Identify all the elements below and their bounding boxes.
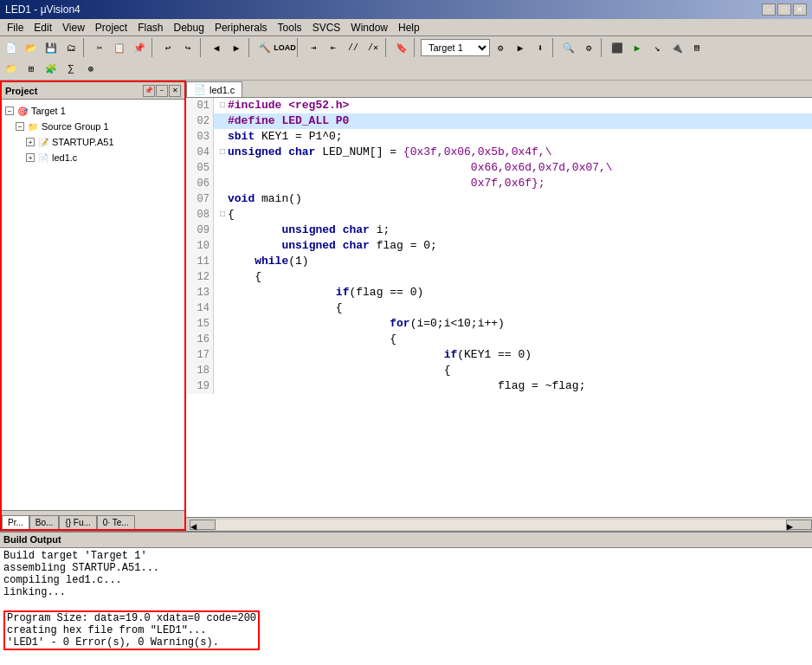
build-output-content[interactable]: Build target 'Target 1' assembling START… <box>0 548 812 665</box>
code-content[interactable]: 01 □ #include <reg52.h> 02 #define LED_A… <box>186 98 812 517</box>
line-num-14: 14 <box>186 300 214 316</box>
code-text-5: 0x66,0x6d,0x7d,0x07,\ <box>228 160 613 176</box>
code-tab-icon: 📄 <box>194 84 206 95</box>
project-window-button[interactable]: 📁 <box>2 59 21 78</box>
load-button[interactable]: LOAD <box>275 38 294 57</box>
menu-flash[interactable]: Flash <box>132 20 168 36</box>
menu-svcs[interactable]: SVCS <box>307 20 346 36</box>
tree-item-led1c[interactable]: + 📄 led1.c <box>5 150 181 165</box>
redo-button[interactable]: ↪ <box>178 38 197 57</box>
expand-1[interactable]: □ <box>217 98 228 113</box>
tab-functions[interactable]: {} Fu... <box>59 515 96 529</box>
expand-11 <box>217 254 228 269</box>
line-num-12: 12 <box>186 269 214 285</box>
window-controls: − □ ✕ <box>762 3 807 16</box>
menu-debug[interactable]: Debug <box>169 20 209 36</box>
line-num-5: 05 <box>186 160 214 176</box>
panel-pin-button[interactable]: 📌 <box>143 85 155 97</box>
tree-item-startup[interactable]: + 📝 STARTUP.A51 <box>5 134 181 150</box>
code-line-1: 01 □ #include <reg52.h> <box>186 98 812 113</box>
stop-button[interactable]: ⬛ <box>608 38 627 57</box>
paste-button[interactable]: 📌 <box>130 38 149 57</box>
tree-item-target1[interactable]: − 🎯 Target 1 <box>5 103 181 119</box>
comment-button[interactable]: // <box>344 38 363 57</box>
code-area: 📄 led1.c 01 □ #include <reg52.h> 02 #def… <box>186 81 812 531</box>
open-file-button[interactable]: 📂 <box>22 38 41 57</box>
peripheral-btn[interactable]: 🔌 <box>667 38 686 57</box>
save-all-button[interactable]: 🗂 <box>61 38 81 57</box>
code-text-11: while(1) <box>228 254 309 269</box>
settings-button[interactable]: ⚙ <box>579 38 598 57</box>
undo-button[interactable]: ↩ <box>158 38 177 57</box>
navigate-back-button[interactable]: ◀ <box>207 38 226 57</box>
separator-5 <box>297 38 301 57</box>
memory-button[interactable]: 🧩 <box>42 59 61 78</box>
expand-startup[interactable]: + <box>26 138 35 146</box>
download-button[interactable]: ⬇ <box>531 38 550 57</box>
expand-5 <box>217 160 228 176</box>
tree-item-sourcegroup1[interactable]: − 📁 Source Group 1 <box>5 119 181 134</box>
symbols-button[interactable]: ∑ <box>61 59 81 78</box>
code-text-6: 0x7f,0x6f}; <box>228 176 545 191</box>
maximize-button[interactable]: □ <box>777 3 791 16</box>
run-button[interactable]: ▶ <box>628 38 647 57</box>
copy-button[interactable]: 📋 <box>110 38 129 57</box>
minimize-button[interactable]: − <box>762 3 776 16</box>
menu-tools[interactable]: Tools <box>273 20 307 36</box>
uncomment-button[interactable]: /✕ <box>364 38 383 57</box>
code-tab-led1c[interactable]: 📄 led1.c <box>186 81 242 97</box>
code-line-16: 16 { <box>186 332 812 347</box>
expand-4[interactable]: □ <box>217 145 228 160</box>
horizontal-scrollbar[interactable]: ◀ ▶ <box>186 517 812 531</box>
tab-project[interactable]: Pr... <box>2 515 29 529</box>
line-num-19: 19 <box>186 378 214 394</box>
target-dropdown[interactable]: Target 1 <box>421 39 490 56</box>
indent-button[interactable]: ⇥ <box>304 38 323 57</box>
expand-8[interactable]: □ <box>217 207 228 223</box>
menu-project[interactable]: Project <box>90 20 132 36</box>
build-button[interactable]: 🔨 <box>255 38 274 57</box>
more-btn[interactable]: ▤ <box>687 38 706 57</box>
menu-file[interactable]: File <box>2 20 29 36</box>
navigate-fwd-button[interactable]: ▶ <box>227 38 246 57</box>
code-line-14: 14 { <box>186 300 812 316</box>
code-text-8: { <box>228 207 235 223</box>
line-num-9: 09 <box>186 223 214 238</box>
build-line-8: 'LED1' - 0 Error(s), 0 Warning(s). <box>7 636 256 649</box>
code-text-19: flag = ~flag; <box>228 378 585 394</box>
menu-view[interactable]: View <box>57 20 90 36</box>
unindent-button[interactable]: ⇤ <box>324 38 343 57</box>
expand-sourcegroup1[interactable]: − <box>16 122 24 131</box>
scroll-right[interactable]: ▶ <box>786 520 812 530</box>
expand-3 <box>217 129 228 145</box>
menu-edit[interactable]: Edit <box>29 20 57 36</box>
panel-min-button[interactable]: − <box>156 85 168 97</box>
disassembly-button[interactable]: ⊛ <box>81 59 100 78</box>
tab-books[interactable]: Bo... <box>29 515 60 529</box>
code-text-18: { <box>228 363 450 378</box>
expand-led1c[interactable]: + <box>26 153 35 162</box>
bookmarks-button[interactable]: 🔖 <box>392 38 411 57</box>
code-text-9: unsigned char i; <box>228 223 390 238</box>
find-button[interactable]: 🔍 <box>559 38 578 57</box>
manage-target-button[interactable]: ⚙ <box>491 38 510 57</box>
close-button[interactable]: ✕ <box>793 3 807 16</box>
scroll-left[interactable]: ◀ <box>190 520 216 530</box>
step-button[interactable]: ↘ <box>648 38 667 57</box>
line-num-10: 10 <box>186 238 214 254</box>
menu-window[interactable]: Window <box>345 20 393 36</box>
separator-1 <box>83 38 87 57</box>
code-text-14: { <box>228 300 343 316</box>
code-line-18: 18 { <box>186 363 812 378</box>
window-title: LED1 - μVision4 <box>5 3 81 16</box>
tab-templates[interactable]: 0∙ Te... <box>97 515 135 529</box>
panel-close-button[interactable]: ✕ <box>169 85 181 97</box>
menu-peripherals[interactable]: Peripherals <box>209 20 273 36</box>
expand-target1[interactable]: − <box>5 107 14 115</box>
new-file-button[interactable]: 📄 <box>2 38 21 57</box>
registers-button[interactable]: ⊞ <box>22 59 41 78</box>
debug-start-button[interactable]: ▶ <box>511 38 530 57</box>
save-button[interactable]: 💾 <box>42 38 61 57</box>
cut-button[interactable]: ✂ <box>90 38 109 57</box>
menu-help[interactable]: Help <box>393 20 425 36</box>
